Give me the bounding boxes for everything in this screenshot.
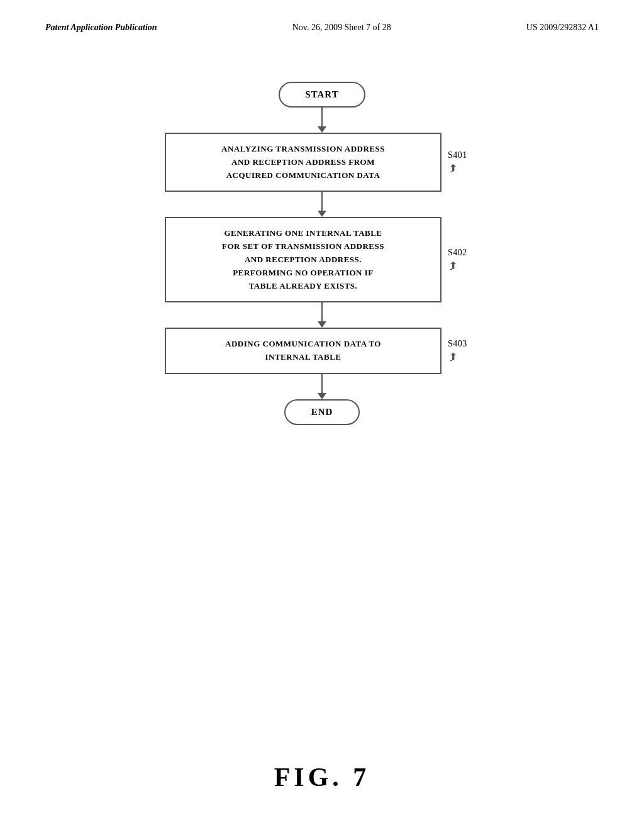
arrow-start-to-s401: [318, 108, 326, 133]
arrow-s401-to-s402: [318, 192, 326, 217]
start-terminal: START: [279, 82, 365, 108]
step-s402-label: S402 ⮭: [448, 248, 479, 272]
end-terminal: END: [284, 399, 360, 425]
step-s401-row: ANALYZING TRANSMISSION ADDRESSAND RECEPT…: [165, 133, 479, 192]
step-s403-id: S403: [448, 339, 467, 349]
step-s403-box: ADDING COMMUNICATION DATA TOINTERNAL TAB…: [165, 328, 441, 374]
flowchart-diagram: START ANALYZING TRANSMISSION ADDRESSAND …: [165, 82, 479, 425]
step-s402-row: GENERATING ONE INTERNAL TABLEFOR SET OF …: [165, 217, 479, 302]
page-header: Patent Application Publication Nov. 26, …: [0, 23, 644, 33]
step-s403-label: S403 ⮭: [448, 339, 479, 363]
step-s402-curve: ⮭: [448, 259, 459, 272]
step-s402-box: GENERATING ONE INTERNAL TABLEFOR SET OF …: [165, 217, 441, 302]
step-s402-id: S402: [448, 248, 467, 258]
arrow-s403-to-end: [318, 374, 326, 399]
step-s403-curve: ⮭: [448, 350, 459, 363]
step-s403-row: ADDING COMMUNICATION DATA TOINTERNAL TAB…: [165, 328, 479, 374]
header-publication-type: Patent Application Publication: [45, 23, 157, 33]
figure-label: FIG. 7: [274, 762, 370, 792]
step-s401-box: ANALYZING TRANSMISSION ADDRESSAND RECEPT…: [165, 133, 441, 192]
step-s401-label: S401 ⮭: [448, 150, 479, 175]
header-date-sheet: Nov. 26, 2009 Sheet 7 of 28: [292, 23, 391, 33]
step-s401-id: S401: [448, 150, 467, 160]
arrow-s402-to-s403: [318, 302, 326, 328]
step-s401-curve: ⮭: [448, 162, 459, 175]
header-patent-number: US 2009/292832 A1: [526, 23, 599, 33]
